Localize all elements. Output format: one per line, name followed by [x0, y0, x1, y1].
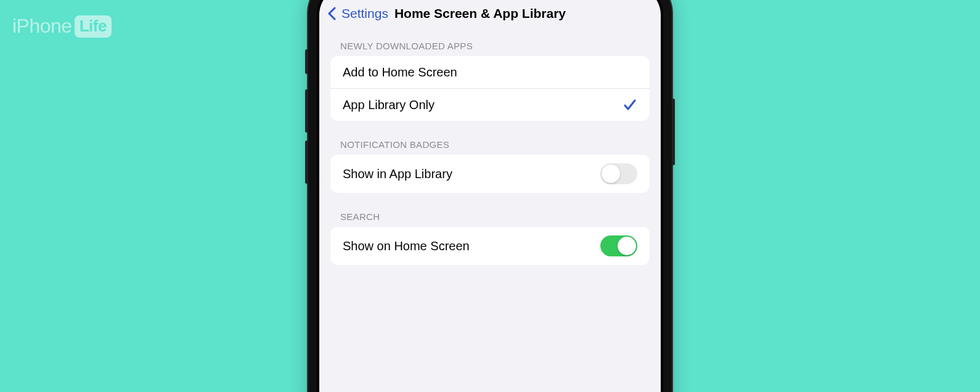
section-header-search: SEARCH	[319, 193, 661, 227]
row-show-in-app-library: Show in App Library	[330, 155, 650, 193]
section-header-notification-badges: NOTIFICATION BADGES	[319, 121, 661, 155]
group-search: Show on Home Screen	[330, 227, 650, 265]
toggle-knob	[602, 165, 620, 183]
page-title: Home Screen & App Library	[394, 6, 566, 21]
back-button[interactable]: Settings	[341, 6, 388, 21]
phone-mute-switch	[305, 49, 308, 74]
group-notification-badges: Show in App Library	[330, 155, 650, 193]
option-label: App Library Only	[343, 98, 435, 112]
section-header-newly-downloaded: NEWLY DOWNLOADED APPS	[319, 30, 661, 56]
option-app-library-only[interactable]: App Library Only	[330, 88, 650, 121]
option-add-to-home-screen[interactable]: Add to Home Screen	[330, 56, 650, 88]
phone-inner-bezel: Settings Home Screen & App Library NEWLY…	[317, 0, 663, 392]
watermark-prefix: iPhone	[12, 15, 72, 38]
toggle-show-on-home-screen[interactable]	[600, 235, 637, 256]
phone-frame: Settings Home Screen & App Library NEWLY…	[308, 0, 672, 392]
nav-bar: Settings Home Screen & App Library	[319, 0, 661, 30]
row-show-on-home-screen: Show on Home Screen	[330, 227, 650, 265]
group-newly-downloaded: Add to Home Screen App Library Only	[330, 56, 650, 121]
phone-screen: Settings Home Screen & App Library NEWLY…	[319, 0, 661, 392]
watermark-logo: iPhone Life	[12, 15, 112, 38]
option-label: Add to Home Screen	[343, 65, 457, 80]
watermark-badge: Life	[75, 15, 112, 38]
phone-volume-up	[305, 89, 308, 133]
row-label: Show in App Library	[343, 167, 452, 181]
phone-volume-down	[305, 141, 308, 184]
row-label: Show on Home Screen	[343, 239, 470, 253]
checkmark-icon	[623, 97, 637, 112]
toggle-show-in-app-library[interactable]	[600, 163, 637, 184]
back-chevron-icon[interactable]	[324, 6, 339, 21]
phone-power-button	[672, 99, 675, 165]
toggle-knob	[618, 237, 636, 255]
